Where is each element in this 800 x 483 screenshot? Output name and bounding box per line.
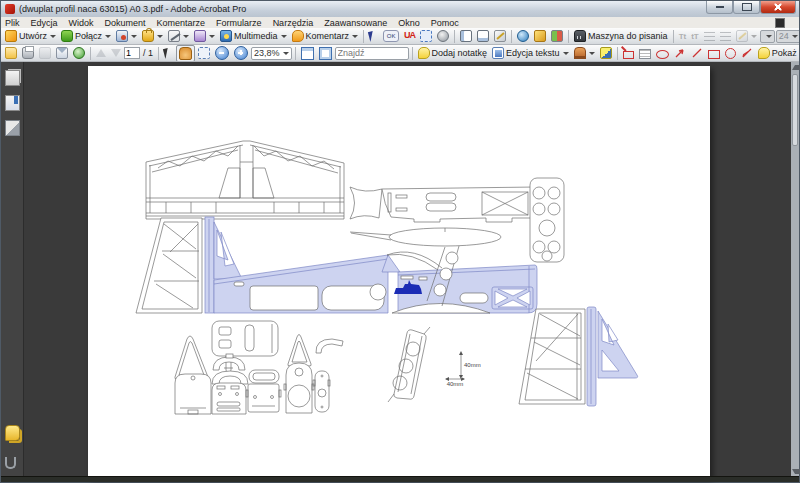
lock-icon xyxy=(142,30,154,42)
pdf-page[interactable]: 40mm 40mm xyxy=(88,66,710,478)
scrollbar-thumb[interactable] xyxy=(792,74,798,146)
stamp-icon xyxy=(574,47,586,59)
menu-widok[interactable]: Widok xyxy=(69,18,94,28)
highlighter-pen-button[interactable] xyxy=(532,29,548,44)
zoom-in-button[interactable] xyxy=(232,46,250,61)
oval-tool-button[interactable] xyxy=(723,46,738,61)
decrease-text-size-button[interactable]: Tt xyxy=(677,29,689,44)
line-markup-icon xyxy=(691,47,703,59)
pen-icon xyxy=(168,30,180,42)
export-button[interactable] xyxy=(114,29,139,44)
create-pdf-button[interactable]: Utwórz xyxy=(3,29,58,44)
menu-okno[interactable]: Okno xyxy=(398,18,420,28)
scroll-down-icon[interactable] xyxy=(792,469,800,474)
acrobat-window: (dwuplat profil naca 63015) A0 3.pdf - A… xyxy=(0,0,800,483)
zoom-in-icon xyxy=(234,46,248,60)
loupe-tool-button[interactable] xyxy=(435,29,451,44)
ok-tool-button[interactable]: OK xyxy=(381,29,401,44)
typewriter-button[interactable]: Maszyna do pisania xyxy=(572,29,670,44)
vertical-scrollbar[interactable] xyxy=(791,62,799,477)
increase-line-spacing-button[interactable] xyxy=(718,29,733,44)
floppy-save-icon xyxy=(39,47,51,59)
landing-gear-part-drawing xyxy=(388,327,430,402)
stamp-button[interactable] xyxy=(572,46,597,61)
secure-button[interactable] xyxy=(140,29,165,44)
bookmarks-panel-button[interactable] xyxy=(5,95,20,111)
menu-komentarze[interactable]: Komentarze xyxy=(157,18,206,28)
previous-page-button[interactable] xyxy=(94,46,108,61)
page-number-input[interactable] xyxy=(124,47,140,59)
select-tool-button[interactable] xyxy=(367,29,380,44)
open-button[interactable] xyxy=(3,46,19,61)
decrease-line-spacing-button[interactable] xyxy=(702,29,717,44)
vertical-dimension-label: 40mm xyxy=(464,362,481,368)
forms-button[interactable] xyxy=(192,29,217,44)
create-pdf-icon xyxy=(5,30,17,42)
marquee-zoom-button[interactable] xyxy=(196,46,212,61)
save-button[interactable] xyxy=(37,46,53,61)
pages-panel-button[interactable] xyxy=(5,70,20,86)
menu-edycja[interactable]: Edycja xyxy=(31,18,58,28)
comments-panel-button[interactable] xyxy=(5,425,20,441)
web-capture-button[interactable] xyxy=(515,29,531,44)
rectangle-tool-button[interactable] xyxy=(706,46,722,61)
select-text-tool-button[interactable] xyxy=(162,46,175,61)
zoom-out-icon xyxy=(215,46,229,60)
navigation-panel-button[interactable] xyxy=(458,29,474,44)
page-display-button[interactable] xyxy=(475,29,491,44)
menu-plik[interactable]: Plik xyxy=(5,18,20,28)
scrolling-mode-button[interactable] xyxy=(299,46,316,61)
font-family-combo[interactable] xyxy=(760,30,775,43)
scroll-up-icon[interactable] xyxy=(792,65,800,70)
menu-formularze[interactable]: Formularze xyxy=(216,18,262,28)
menu-pomoc[interactable]: Pomoc xyxy=(431,18,459,28)
menu-bar-square-icon[interactable] xyxy=(775,18,785,28)
callout-icon xyxy=(623,51,634,59)
drilled-strip-part-drawing xyxy=(530,178,564,262)
review-tracker-button[interactable] xyxy=(549,29,565,44)
export-icon xyxy=(116,30,128,42)
menu-narzedzia[interactable]: Narzędzia xyxy=(273,18,314,28)
font-size-combo[interactable]: 24 xyxy=(776,30,799,43)
print-button[interactable] xyxy=(20,46,36,61)
text-touchup-tool-button[interactable]: UA xyxy=(402,29,417,44)
cloud-tool-button[interactable] xyxy=(654,46,671,61)
menu-dokument[interactable]: Dokument xyxy=(105,18,146,28)
edit-document-button[interactable] xyxy=(492,29,508,44)
text-edits-button[interactable]: Edycja tekstu xyxy=(490,46,571,61)
minimize-button[interactable] xyxy=(706,1,733,14)
comment-button[interactable]: Komentarz xyxy=(290,29,361,44)
textbox-tool-button[interactable] xyxy=(637,46,653,61)
next-page-button[interactable] xyxy=(109,46,123,61)
add-note-button[interactable]: Dodaj notatkę xyxy=(416,46,490,61)
arrow-markup-icon xyxy=(674,47,686,59)
dropdown-arrow-icon xyxy=(283,52,289,55)
highlight-text-button[interactable] xyxy=(598,46,614,61)
upload-button[interactable] xyxy=(71,46,87,61)
full-screen-mode-button[interactable] xyxy=(317,46,334,61)
arrow-tool-button[interactable] xyxy=(672,46,688,61)
text-color-button[interactable] xyxy=(734,29,759,44)
pencil-tool-button[interactable] xyxy=(739,46,755,61)
hand-tool-button[interactable] xyxy=(176,45,195,62)
snapshot-tool-button[interactable] xyxy=(418,29,434,44)
arrow-up-icon xyxy=(96,49,106,57)
maximize-button[interactable] xyxy=(733,1,760,14)
menu-zaawansowane[interactable]: Zaawansowane xyxy=(324,18,387,28)
zoom-level-combo[interactable]: 23,8% xyxy=(251,47,292,60)
title-bar[interactable]: (dwuplat profil naca 63015) A0 3.pdf - A… xyxy=(1,1,799,17)
email-button[interactable] xyxy=(54,46,70,61)
zoom-out-button[interactable] xyxy=(213,46,231,61)
show-comments-button[interactable]: Pokaż xyxy=(756,46,799,61)
find-input[interactable] xyxy=(335,47,409,60)
line-tool-button[interactable] xyxy=(689,46,705,61)
callout-tool-button[interactable] xyxy=(621,46,636,61)
sign-button[interactable] xyxy=(166,29,191,44)
multimedia-button[interactable]: Multimedia xyxy=(218,29,289,44)
attachments-panel-button[interactable] xyxy=(5,457,16,469)
combine-button[interactable]: Połącz xyxy=(59,29,113,44)
navigation-sidebar xyxy=(1,62,24,477)
increase-text-size-button[interactable]: tT xyxy=(689,29,701,44)
close-button[interactable] xyxy=(760,1,796,14)
signatures-panel-button[interactable] xyxy=(5,120,20,136)
